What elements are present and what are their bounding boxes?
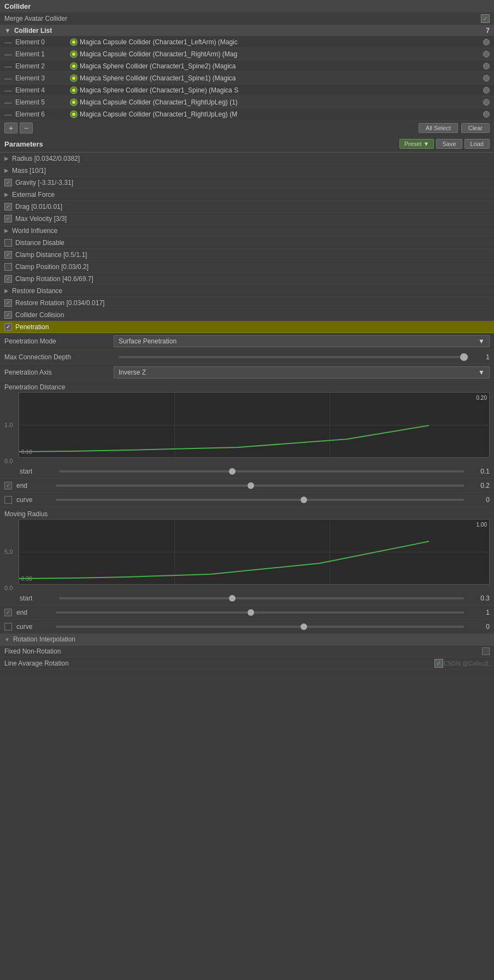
- chart1-end-label: end: [16, 482, 49, 489]
- slider-thumb[interactable]: [248, 609, 254, 616]
- param-checkbox[interactable]: ✓: [4, 299, 12, 307]
- fixed-non-rotation-checkbox[interactable]: [482, 648, 490, 655]
- penetration-axis-label: Penetration Axis: [4, 369, 114, 376]
- collider-list: — Element 0 Magica Capsule Collider (Cha…: [0, 36, 494, 120]
- slider-thumb[interactable]: [301, 623, 307, 630]
- slider-thumb[interactable]: [301, 497, 307, 503]
- param-distance-disable[interactable]: Distance Disable: [0, 237, 494, 249]
- param-checkbox[interactable]: ✓: [4, 275, 12, 283]
- slider-thumb[interactable]: [248, 482, 254, 489]
- param-max-velocity[interactable]: ✓ Max Velocity [3/3]: [0, 213, 494, 225]
- chart2-end-checkbox[interactable]: ✓: [4, 609, 12, 616]
- param-drag[interactable]: ✓ Drag [0.01/0.01]: [0, 201, 494, 213]
- param-external-force[interactable]: ▶ External Force: [0, 189, 494, 201]
- chart1-end-row: ✓ end 0.2: [0, 479, 494, 493]
- dash-icon: —: [4, 74, 12, 83]
- penetration-axis-dropdown[interactable]: Inverse Z ▼: [114, 366, 490, 378]
- preset-button[interactable]: Preset ▼: [399, 139, 434, 149]
- param-collider-collision[interactable]: ✓ Collider Collision: [0, 309, 494, 321]
- list-item[interactable]: — Element 2 Magica Sphere Collider (Char…: [0, 60, 494, 72]
- slider-thumb[interactable]: [229, 468, 236, 475]
- chart1-end-checkbox[interactable]: ✓: [4, 482, 12, 489]
- arrow-icon: ▶: [4, 167, 9, 173]
- chart1-curve-checkbox[interactable]: [4, 496, 12, 504]
- param-restore-rotation[interactable]: ✓ Restore Rotation [0.034/0.017]: [0, 297, 494, 309]
- param-checkbox[interactable]: ✓: [4, 323, 12, 331]
- preset-arrow-icon: ▼: [424, 141, 430, 147]
- arrow-icon: ▶: [4, 288, 9, 294]
- chart2-y-bottom: 0.0: [4, 585, 16, 591]
- param-checkbox[interactable]: [4, 239, 12, 247]
- element-value: Magica Capsule Collider (Character1_Righ…: [80, 50, 237, 58]
- add-button[interactable]: +: [4, 122, 17, 133]
- line-average-rotation-checkbox[interactable]: ✓: [434, 659, 443, 668]
- panel-title: Collider: [0, 0, 494, 13]
- chart2-start-value: 0.3: [471, 594, 490, 602]
- list-item[interactable]: — Element 5 Magica Capsule Collider (Cha…: [0, 96, 494, 108]
- circle-icon: [70, 62, 78, 70]
- parameters-title: Parameters: [4, 140, 43, 148]
- param-checkbox[interactable]: ✓: [4, 179, 12, 186]
- param-clamp-distance[interactable]: ✓ Clamp Distance [0.5/1.1]: [0, 249, 494, 261]
- save-button[interactable]: Save: [436, 139, 462, 149]
- remove-button[interactable]: −: [20, 122, 33, 133]
- preset-controls: Preset ▼ Save Load: [399, 139, 490, 149]
- chart1-start-slider[interactable]: [59, 470, 464, 472]
- line-average-rotation-label: Line Avarage Rotation: [4, 660, 434, 667]
- preset-label: Preset: [404, 141, 422, 147]
- chart2-start-slider[interactable]: [59, 597, 464, 599]
- param-radius[interactable]: ▶ Radius [0.0342/0.0382]: [0, 153, 494, 165]
- slider-thumb[interactable]: [229, 595, 236, 602]
- chart2-x-right-label: 1.00: [477, 522, 487, 528]
- param-checkbox[interactable]: ✓: [4, 311, 12, 319]
- element-id: Element 4: [15, 86, 45, 94]
- param-label: External Force: [12, 191, 55, 199]
- chart1-curve-slider[interactable]: [56, 499, 464, 501]
- slider-thumb[interactable]: [460, 353, 468, 361]
- penetration-mode-label: Penetration Mode: [4, 337, 114, 345]
- param-checkbox[interactable]: ✓: [4, 251, 12, 259]
- circle-icon: [70, 86, 78, 94]
- param-restore-distance[interactable]: ▶ Restore Distance: [0, 285, 494, 297]
- max-depth-slider[interactable]: [118, 356, 469, 358]
- chart2-curve-checkbox[interactable]: [4, 623, 12, 631]
- element-id: Element 6: [15, 110, 45, 118]
- list-item[interactable]: — Element 3 Magica Sphere Collider (Char…: [0, 72, 494, 84]
- list-item[interactable]: — Element 4 Magica Sphere Collider (Char…: [0, 84, 494, 96]
- chart2-curve-label: curve: [16, 623, 49, 631]
- param-gravity[interactable]: ✓ Gravity [-3.31/-3.31]: [0, 177, 494, 189]
- param-penetration[interactable]: ✓ Penetration: [0, 321, 494, 333]
- element-id: Element 5: [15, 98, 45, 106]
- list-item[interactable]: — Element 1 Magica Capsule Collider (Cha…: [0, 48, 494, 60]
- param-checkbox[interactable]: ✓: [4, 215, 12, 223]
- clear-button[interactable]: Clear: [461, 123, 490, 133]
- param-clamp-position[interactable]: Clamp Position [0.03/0.2]: [0, 261, 494, 273]
- element-value: Magica Capsule Collider (Character1_Righ…: [80, 98, 238, 106]
- chart2-end-slider[interactable]: [56, 611, 464, 614]
- list-controls: + − All Select Clear: [0, 120, 494, 136]
- chart2-start-row: start 0.3: [0, 591, 494, 605]
- merge-avatar-checkbox[interactable]: ✓: [481, 14, 490, 23]
- param-label: Restore Distance: [12, 287, 62, 295]
- chart1-end-slider[interactable]: [56, 485, 464, 487]
- line-average-rotation-row: Line Avarage Rotation ✓ CSDN @Cxihu北: [0, 657, 494, 670]
- settings-icon: [483, 99, 490, 106]
- element-value: Magica Capsule Collider (Character1_Righ…: [80, 110, 237, 118]
- list-item[interactable]: — Element 6 Magica Capsule Collider (Cha…: [0, 108, 494, 120]
- list-item[interactable]: — Element 0 Magica Capsule Collider (Cha…: [0, 36, 494, 48]
- watermark-text: CSDN @Cxihu北: [443, 660, 490, 668]
- param-clamp-rotation[interactable]: ✓ Clamp Rotation [40.6/69.7]: [0, 273, 494, 285]
- element-value: Magica Sphere Collider (Character1_Spine…: [80, 86, 238, 94]
- param-label: Radius [0.0342/0.0382]: [12, 155, 80, 162]
- param-checkbox[interactable]: ✓: [4, 203, 12, 211]
- param-label: Gravity [-3.31/-3.31]: [15, 179, 73, 186]
- penetration-mode-dropdown[interactable]: Surface Penetration ▼: [114, 335, 490, 347]
- param-mass[interactable]: ▶ Mass [10/1]: [0, 165, 494, 177]
- param-checkbox[interactable]: [4, 263, 12, 271]
- element-id: Element 2: [15, 62, 45, 70]
- chart2-curve-slider[interactable]: [56, 626, 464, 628]
- dropdown-value: Surface Penetration: [119, 337, 177, 345]
- param-world-influence[interactable]: ▶ World Influence: [0, 225, 494, 237]
- all-select-button[interactable]: All Select: [419, 123, 458, 133]
- load-button[interactable]: Load: [464, 139, 490, 149]
